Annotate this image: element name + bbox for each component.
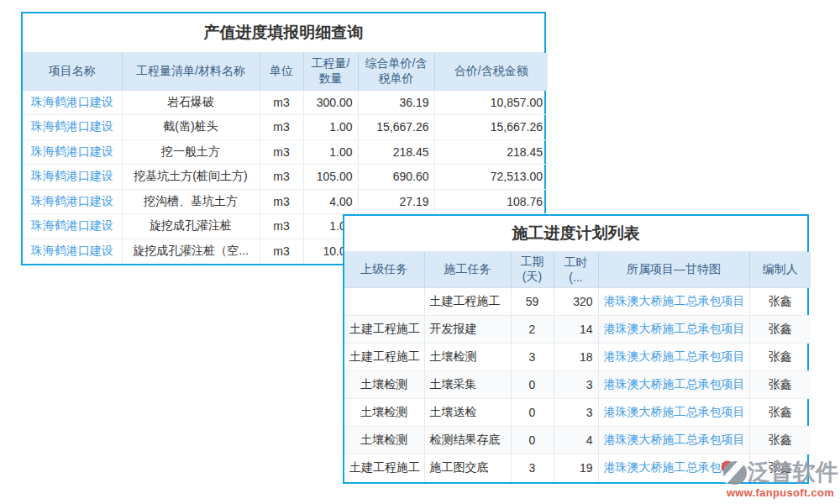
parent-task-cell: 土建工程施工: [344, 315, 424, 343]
author-cell: 张鑫: [749, 426, 811, 454]
unit-price-cell: 690.60: [358, 165, 434, 190]
table-row: 土建工程施工开发报建214港珠澳大桥施工总承包项目张鑫: [344, 315, 811, 343]
header-row: 上级任务 施工任务 工期 (天) 工时 (... 所属项目—甘特图 编制人: [344, 252, 811, 287]
project-gantt-link[interactable]: 港珠澳大桥施工总承包项目: [604, 377, 745, 391]
project-name-cell: 珠海鹤港口建设: [23, 189, 122, 214]
column-header-boq-item: 工程量清单/材料名称: [122, 53, 260, 90]
watermark-url: www.fanpusoft.com: [719, 487, 840, 498]
work-hours-cell: 14: [554, 315, 598, 343]
table-row: 土壤检测土壤采集03港珠澳大桥施工总承包项目张鑫: [344, 370, 811, 398]
unit-cell: m3: [260, 165, 303, 190]
construction-task-cell: 土壤送检: [424, 398, 511, 426]
duration-days-cell: 0: [511, 398, 554, 426]
construction-task-cell: 检测结果存底: [424, 426, 511, 454]
project-name-cell: 珠海鹤港口建设: [23, 165, 122, 190]
boq-item-cell: 旋挖成孔灌注桩: [122, 214, 260, 239]
construction-task-cell: 土建工程施工: [424, 287, 511, 315]
project-name-cell: 珠海鹤港口建设: [23, 214, 122, 239]
project-link[interactable]: 珠海鹤港口建设: [31, 194, 113, 207]
duration-days-cell: 3: [511, 454, 554, 482]
fanpu-watermark: 泛普软件 www.fanpusoft.com: [719, 458, 840, 498]
construction-task-cell: 施工图交底: [424, 454, 511, 482]
column-header-unit: 单位: [260, 53, 303, 90]
project-link[interactable]: 珠海鹤港口建设: [31, 244, 113, 257]
column-header-parent-task: 上级任务: [344, 252, 424, 287]
column-header-duration-days: 工期 (天): [511, 252, 554, 287]
work-hours-cell: 19: [554, 454, 598, 482]
project-gantt-cell: 港珠澳大桥施工总承包项目: [598, 398, 749, 426]
output-progress-title: 产值进度填报明细查询: [23, 13, 544, 53]
boq-item-cell: 挖基坑土方(桩间土方): [122, 165, 260, 190]
unit-cell: m3: [260, 189, 303, 214]
fanpu-logo-icon: [719, 458, 748, 486]
table-row: 土建工程施工59320港珠澳大桥施工总承包项目张鑫: [344, 287, 811, 315]
boq-item-cell: 岩石爆破: [122, 90, 260, 115]
unit-price-cell: 218.45: [358, 139, 434, 165]
work-hours-cell: 320: [554, 287, 598, 315]
unit-cell: m3: [260, 115, 303, 140]
total-amount-cell: 72,513.00: [434, 165, 548, 190]
total-amount-cell: 218.45: [434, 139, 548, 165]
table-row: 土建工程施工土壤检测318港珠澳大桥施工总承包项目张鑫: [344, 343, 811, 370]
boq-item-cell: 截(凿)桩头: [122, 115, 260, 140]
project-gantt-link[interactable]: 港珠澳大桥施工总承包项目: [604, 405, 745, 418]
project-link[interactable]: 珠海鹤港口建设: [31, 218, 113, 232]
table-row: 土壤检测检测结果存底04港珠澳大桥施工总承包项目张鑫: [344, 426, 811, 454]
watermark-logo-row: 泛普软件: [719, 458, 840, 486]
table-row: 珠海鹤港口建设挖沟槽、基坑土方m34.0027.19108.76: [23, 189, 548, 214]
table-row: 土壤检测土壤送检03港珠澳大桥施工总承包项目张鑫: [344, 398, 811, 426]
boq-item-cell: 旋挖成孔灌注桩（空...: [122, 239, 260, 264]
duration-days-cell: 2: [511, 315, 554, 343]
boq-item-cell: 挖一般土方: [122, 139, 260, 165]
quantity-cell: 1.00: [303, 139, 358, 165]
construction-schedule-title: 施工进度计划列表: [344, 216, 807, 252]
project-gantt-cell: 港珠澳大桥施工总承包项目: [598, 287, 749, 315]
boq-item-cell: 挖沟槽、基坑土方: [122, 189, 260, 214]
project-gantt-link[interactable]: 港珠澳大桥施工总承包项目: [604, 349, 745, 363]
author-cell: 张鑫: [749, 398, 811, 426]
author-cell: 张鑫: [749, 370, 811, 398]
author-cell: 张鑫: [749, 315, 811, 343]
project-link[interactable]: 珠海鹤港口建设: [31, 144, 113, 158]
column-header-total-amount: 合价/含税金额: [434, 53, 548, 90]
construction-task-cell: 土壤检测: [424, 343, 511, 370]
project-link[interactable]: 珠海鹤港口建设: [31, 119, 113, 133]
quantity-cell: 300.00: [303, 90, 358, 115]
work-hours-cell: 3: [554, 398, 598, 426]
total-amount-cell: 108.76: [434, 189, 548, 214]
parent-task-cell: 土壤检测: [344, 370, 424, 398]
unit-price-cell: 27.19: [358, 189, 434, 214]
project-name-cell: 珠海鹤港口建设: [23, 239, 122, 264]
project-gantt-cell: 港珠澳大桥施工总承包项目: [598, 343, 749, 370]
project-link[interactable]: 珠海鹤港口建设: [31, 169, 113, 182]
table-row: 珠海鹤港口建设岩石爆破m3300.0036.1910,857.00: [23, 90, 548, 115]
work-hours-cell: 3: [554, 370, 598, 398]
author-cell: 张鑫: [749, 287, 811, 315]
parent-task-cell: 土壤检测: [344, 426, 424, 454]
unit-price-cell: 15,667.26: [358, 115, 434, 140]
project-name-cell: 珠海鹤港口建设: [23, 139, 122, 165]
parent-task-cell: [344, 287, 424, 315]
project-gantt-link[interactable]: 港珠澳大桥施工总承包项目: [604, 433, 745, 446]
table-row: 珠海鹤港口建设截(凿)桩头m31.0015,667.2615,667.26: [23, 115, 548, 140]
unit-price-cell: 36.19: [358, 90, 434, 115]
construction-schedule-table: 上级任务 施工任务 工期 (天) 工时 (... 所属项目—甘特图 编制人 土建…: [344, 252, 811, 482]
project-gantt-cell: 港珠澳大桥施工总承包项目: [598, 315, 749, 343]
column-header-author: 编制人: [749, 252, 811, 287]
column-header-unit-price: 综合单价/含 税单价: [358, 53, 434, 90]
duration-days-cell: 0: [511, 426, 554, 454]
table-row: 珠海鹤港口建设挖基坑土方(桩间土方)m3105.00690.6072,513.0…: [23, 165, 548, 190]
construction-schedule-table-header: 上级任务 施工任务 工期 (天) 工时 (... 所属项目—甘特图 编制人: [344, 252, 811, 287]
parent-task-cell: 土壤检测: [344, 398, 424, 426]
unit-cell: m3: [260, 139, 303, 165]
duration-days-cell: 59: [511, 287, 554, 315]
work-hours-cell: 4: [554, 426, 598, 454]
project-gantt-link[interactable]: 港珠澳大桥施工总承包项目: [604, 322, 745, 335]
output-progress-table-header: 项目名称 工程量清单/材料名称 单位 工程量/ 数量 综合单价/含 税单价 合价…: [23, 53, 548, 90]
construction-task-cell: 土壤采集: [424, 370, 511, 398]
project-link[interactable]: 珠海鹤港口建设: [31, 95, 113, 108]
watermark-brand: 泛普软件: [748, 461, 838, 484]
unit-cell: m3: [260, 214, 303, 239]
project-gantt-link[interactable]: 港珠澳大桥施工总承包项目: [604, 294, 745, 307]
author-cell: 张鑫: [749, 343, 811, 370]
